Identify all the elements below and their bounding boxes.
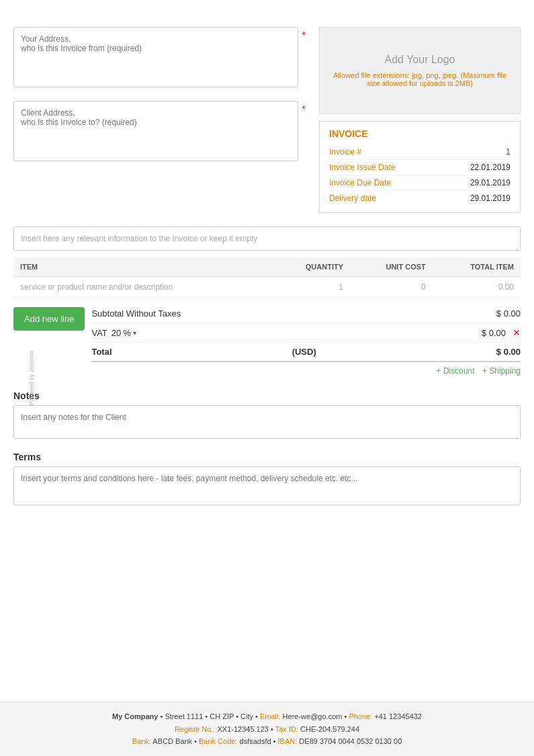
invoice-issue-value[interactable]: 22.01.2019 [470,163,510,172]
address-block: * * [13,27,306,213]
footer-line-2: Registe No.: XX1-12345.123 • Tax ID: CHE… [13,723,521,736]
discount-shipping-row: + Discount + Shipping [91,362,521,380]
invoice-label: INVOICE [329,128,510,139]
invoice-row-issue-date: Invoice Issue Date 22.01.2019 [329,160,510,175]
footer-iban-label: IBAN: [278,737,298,745]
invoice-delivery-value[interactable]: 29.01.2019 [470,194,510,203]
top-section: * * Add Your Logo Allowed file extension… [13,27,521,213]
chevron-down-icon[interactable]: ▾ [133,329,136,337]
description-field[interactable]: Insert here any relevant information to … [13,226,521,251]
invoice-number-value[interactable]: 1 [506,147,510,157]
delete-vat-icon[interactable]: ✕ [513,327,521,338]
footer-bank-label: Bank: [132,737,151,745]
invoice-row-delivery-date: Delivery date 29.01.2019 [329,191,510,206]
terms-title: Terms [13,452,521,462]
vat-row: VAT 20 % ▾ $ 0.00 ✕ [91,323,521,343]
vat-percentage[interactable]: 20 % ▾ [112,328,136,338]
footer: My Company • Street 1111 • CH ZIP • City… [0,702,534,756]
invoice-details: INVOICE Invoice # 1 Invoice Issue Date 2… [319,121,521,213]
add-discount-link[interactable]: + Discount [437,366,475,376]
to-address-wrapper: * [13,101,306,161]
col-quantity: QUANTITY [271,257,350,277]
notes-section: Notes [13,390,521,441]
footer-bankcode-label: Bank Code: [199,737,237,745]
bottom-section: Add new line Subtotal Without Taxes $ 0.… [13,304,521,380]
invoice-row-due-date: Invoice Due Date 29.01.2019 [329,175,510,191]
add-new-line-button[interactable]: Add new line [13,307,85,331]
subtotal-value: $ 0.00 [496,308,521,319]
col-item: ITEM [13,257,271,277]
footer-line-1: My Company • Street 1111 • CH ZIP • City… [13,710,521,723]
vat-right: $ 0.00 ✕ [482,327,521,338]
footer-company: My Company [112,712,158,720]
vat-value: $ 0.00 [482,328,506,338]
powered-by-label: Powered by zisterno [28,351,35,406]
terms-section: Terms [13,452,521,507]
subtotal-label: Subtotal Without Taxes [91,308,181,319]
invoice-due-value[interactable]: 29.01.2019 [470,178,510,187]
add-shipping-link[interactable]: + Shipping [482,366,521,376]
totals-block: Subtotal Without Taxes $ 0.00 VAT 20 % ▾… [91,304,521,380]
logo-upload-area[interactable]: Add Your Logo Allowed file extensions: j… [319,27,521,114]
item-quantity[interactable]: 1 [271,277,350,298]
item-total: 0.00 [433,277,521,298]
footer-taxid-label: Tax ID: [275,725,298,733]
total-value: $ 0.00 [496,347,521,357]
table-row: service or product name and/or descripti… [13,277,521,298]
invoice-due-label: Invoice Due Date [329,178,391,187]
item-unit-cost[interactable]: 0 [350,277,433,298]
col-total-item: TOTAL ITEM [433,257,521,277]
invoice-issue-label: Invoice Issue Date [329,163,396,172]
logo-hint: Allowed file extensions: jpg, png, jpeg.… [326,71,513,87]
vat-label: VAT [91,328,107,338]
vat-left: VAT 20 % ▾ [91,328,136,338]
items-table: ITEM QUANTITY UNIT COST TOTAL ITEM servi… [13,257,521,298]
logo-title: Add Your Logo [385,54,455,66]
terms-input[interactable] [13,466,521,505]
logo-invoice-block: Add Your Logo Allowed file extensions: j… [319,27,521,213]
from-address-wrapper: * [13,27,306,87]
footer-line-3: Bank: ABCD Bank • Bank Code: dsfsadsfd •… [13,735,521,748]
table-header-row: ITEM QUANTITY UNIT COST TOTAL ITEM [13,257,521,277]
invoice-row-number: Invoice # 1 [329,144,510,160]
invoice-number-label: Invoice # [329,147,361,157]
total-currency: (USD) [292,347,316,357]
footer-registe-label: Registe No.: [175,725,216,733]
from-required-star: * [302,30,306,40]
item-description[interactable]: service or product name and/or descripti… [13,277,271,298]
notes-title: Notes [13,390,521,401]
to-address-input[interactable] [13,101,298,161]
total-label: Total [91,347,112,357]
subtotal-row: Subtotal Without Taxes $ 0.00 [91,304,521,323]
vat-pct-value: 20 [112,328,121,338]
footer-phone-label: Phone: [349,712,372,720]
invoice-delivery-label: Delivery date [329,194,376,203]
footer-email-label: Email: [260,712,281,720]
vat-pct-symbol: % [123,328,131,338]
col-unit-cost: UNIT COST [350,257,433,277]
notes-input[interactable] [13,405,521,439]
total-row: Total (USD) $ 0.00 [91,343,521,362]
from-address-input[interactable] [13,27,298,87]
items-section: ITEM QUANTITY UNIT COST TOTAL ITEM servi… [13,257,521,298]
to-required-star: * [302,103,306,114]
